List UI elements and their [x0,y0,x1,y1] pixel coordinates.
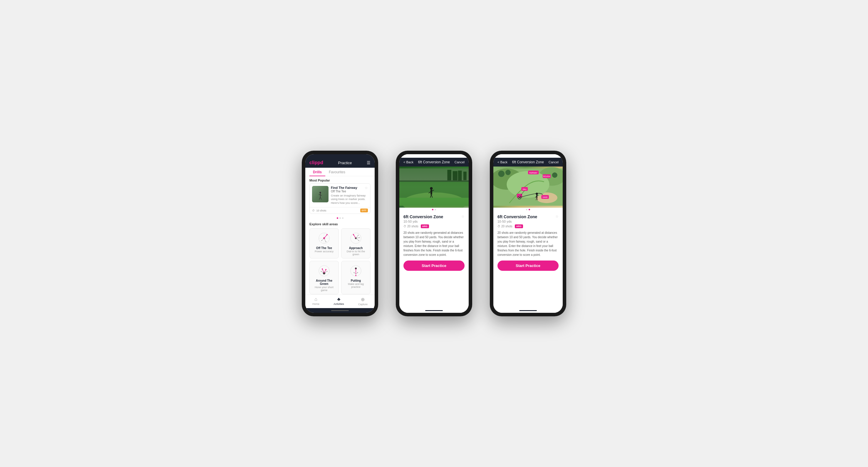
home-bar-2 [399,308,469,313]
clock-icon: ⏱ [312,209,315,212]
ott-badge: OTT [360,208,368,212]
nav-title-1: Practice [338,161,352,165]
drill-detail-title-2: 6ft Conversion Zone [403,214,443,219]
svg-point-22 [358,235,359,236]
carousel-dots [305,216,375,220]
detail-header-3: < Back 6ft Conversion Zone Cancel [493,158,563,167]
photo-overlay [399,167,469,208]
back-button-3[interactable]: < Back [497,160,507,164]
hamburger-icon[interactable]: ☰ [367,160,371,165]
drill-thumb-image [312,186,329,202]
favourite-star-2[interactable]: ☆ [461,214,465,219]
favourite-star-icon[interactable]: ☆ [365,186,368,190]
svg-point-34 [327,271,328,272]
start-practice-button-3[interactable]: Start Practice [497,261,559,271]
detail-shots-2: ⏱ 20 shots [403,225,418,228]
detail-dots-2 [399,208,469,211]
approach-icon [349,232,362,245]
svg-line-11 [322,238,324,240]
detail-dot-1 [432,209,433,210]
phone-1: clippd Practice ☰ Drills Favourites Most… [302,151,378,316]
nav-home[interactable]: ⌂ Home [312,297,319,306]
course-map: FAIRWAY ROUGH SAND Hit Miss [493,167,563,208]
svg-line-10 [324,238,326,242]
drill-thumbnail [312,186,329,202]
svg-line-20 [356,238,359,240]
svg-point-40 [354,272,355,273]
svg-text:ROUGH: ROUGH [543,175,550,177]
skill-name-ott: Off The Tee [312,246,336,249]
skill-grid: Off The Tee Power accuracy [305,227,375,295]
phone-2: < Back 6ft Conversion Zone Cancel [396,151,472,316]
svg-point-31 [322,268,323,270]
svg-line-9 [324,235,327,238]
drill-detail-title-3: 6ft Conversion Zone [497,214,537,219]
svg-point-12 [327,234,328,235]
svg-text:Miss: Miss [523,188,527,190]
drill-card-body: Find The Fairway Off The Tee ☆ Create an… [310,184,370,207]
skill-card-putting[interactable]: Putting Make and lag practice [341,261,371,294]
detail-meta-2: ⏱ 20 shots ARG [403,224,465,228]
tab-drills[interactable]: Drills [309,168,325,176]
detail-nav-title-2: 6ft Conversion Zone [418,160,450,164]
svg-point-77 [536,193,538,195]
home-icon: ⌂ [314,297,317,302]
detail-meta-3: ⏱ 20 shots ARG [497,224,559,228]
back-button-2[interactable]: < Back [403,160,413,164]
detail-nav-title-3: 6ft Conversion Zone [512,160,544,164]
home-bar-1 [305,308,375,313]
drill-subtitle: Off The Tee [331,190,357,193]
svg-line-4 [320,197,321,200]
home-bar-line-2 [425,310,443,311]
explore-skill-label: Explore skill areas [305,220,375,227]
nav-activities[interactable]: ♣ Activities [334,297,344,306]
svg-point-33 [321,271,322,272]
course-map-svg: FAIRWAY ROUGH SAND Hit Miss [493,167,563,208]
golfer-silhouette-icon [317,192,323,201]
arg-badge-2: ARG [421,224,429,228]
skill-desc-atg: Hone your short game [312,286,336,292]
skill-name-atg: Around The Green [312,279,336,286]
svg-line-17 [353,235,356,238]
skill-name-approach: Approach [344,246,368,249]
detail-shots-3: ⏱ 20 shots [497,225,513,228]
clock-icon-2: ⏱ [403,225,406,228]
bottom-nav: ⌂ Home ♣ Activities ⊕ Capture [305,295,375,308]
drill-card-find-fairway[interactable]: Find The Fairway Off The Tee ☆ Create an… [309,183,371,214]
skill-icon-atg [312,263,336,278]
svg-point-42 [355,275,356,276]
favourite-star-3[interactable]: ☆ [555,214,559,219]
skill-icon-ott [312,231,336,245]
nav-capture-label: Capture [358,303,368,306]
dot-3 [342,218,343,219]
dot-2 [339,218,341,219]
tabs-bar: Drills Favourites [305,168,375,176]
svg-point-24 [359,240,360,241]
capture-icon: ⊕ [361,297,365,302]
nav-capture[interactable]: ⊕ Capture [358,297,368,306]
detail-content-2: 6ft Conversion Zone 10-50 yds ☆ ⏱ 20 sho… [399,211,469,308]
detail-dot-3-1 [526,209,527,210]
svg-point-65 [505,170,511,175]
detail-header-2: < Back 6ft Conversion Zone Cancel [399,158,469,167]
activities-icon: ♣ [337,297,341,302]
skill-card-ott[interactable]: Off The Tee Power accuracy [309,228,339,259]
nav-home-label: Home [312,302,319,305]
tab-favourites[interactable]: Favourites [325,168,349,176]
cancel-button-2[interactable]: Cancel [455,160,465,164]
skill-icon-putting [344,263,368,278]
home-bar-line-1 [331,310,349,311]
arg-badge-3: ARG [515,224,523,228]
svg-point-32 [325,269,327,270]
drill-yardage-3: 10-50 yds [497,220,537,223]
svg-point-25 [319,266,330,276]
cancel-button-3[interactable]: Cancel [549,160,559,164]
practice-content: Most Popular [305,176,375,295]
skill-card-approach[interactable]: Approach Dial-in to hit the green [341,228,371,259]
drill-info: Find The Fairway Off The Tee ☆ Create an… [331,186,368,205]
start-practice-button-2[interactable]: Start Practice [403,261,465,271]
skill-card-atg[interactable]: Around The Green Hone your short game [309,261,339,294]
svg-point-23 [359,237,360,238]
app-logo: clippd [309,160,323,165]
detail-content-3: 6ft Conversion Zone 10-50 yds ☆ ⏱ 20 sho… [493,211,563,308]
